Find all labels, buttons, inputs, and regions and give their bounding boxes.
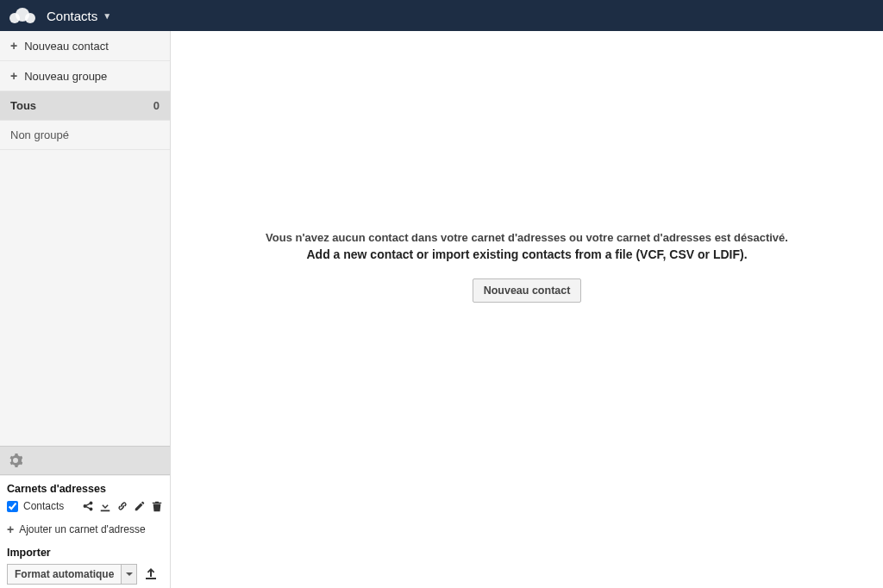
owncloud-logo[interactable] [5, 3, 40, 28]
svg-line-7 [86, 507, 90, 509]
new-group-label: Nouveau groupe [24, 70, 107, 83]
svg-line-6 [86, 504, 90, 505]
addressbook-name: Contacts [23, 500, 64, 512]
add-addressbook[interactable]: + Ajouter un carnet d'adresse [7, 517, 163, 541]
app-header: Contacts ▼ [0, 0, 883, 31]
main-content: Vous n'avez aucun contact dans votre car… [171, 31, 883, 588]
plus-icon: + [10, 39, 17, 53]
upload-button[interactable] [144, 566, 158, 583]
empty-line1: Vous n'avez aucun contact dans votre car… [171, 231, 883, 244]
app-title-label: Contacts [47, 9, 97, 23]
settings-toggle[interactable] [0, 446, 170, 475]
import-format-label: Format automatique [8, 565, 121, 584]
share-icon[interactable] [82, 500, 94, 512]
empty-line2: Add a new contact or import existing con… [171, 247, 883, 261]
download-icon[interactable] [99, 500, 111, 512]
addressbook-toggle[interactable]: Contacts [7, 500, 64, 512]
chevron-down-icon[interactable] [121, 565, 136, 584]
group-label: Tous [10, 99, 36, 112]
new-contact-button[interactable]: Nouveau contact [473, 278, 582, 303]
plus-icon: + [10, 69, 17, 83]
empty-state: Vous n'avez aucun contact dans votre car… [171, 231, 883, 303]
addressbook-row: Contacts [7, 498, 163, 517]
add-addressbook-label: Ajouter un carnet d'adresse [19, 523, 145, 535]
caret-down-icon: ▼ [103, 11, 111, 21]
import-heading: Importer [7, 547, 163, 559]
group-all[interactable]: Tous 0 [0, 91, 170, 121]
edit-icon[interactable] [134, 500, 146, 512]
link-icon[interactable] [116, 500, 128, 512]
new-group-nav[interactable]: + Nouveau groupe [0, 61, 170, 91]
delete-icon[interactable] [151, 500, 163, 512]
group-label: Non groupé [10, 128, 69, 141]
new-contact-label: Nouveau contact [24, 40, 109, 53]
plus-icon: + [7, 522, 14, 536]
gear-icon [9, 454, 22, 467]
addressbooks-heading: Carnets d'adresses [7, 483, 163, 495]
settings-panel: Carnets d'adresses Contacts + Ajouter un… [0, 475, 170, 588]
group-count: 0 [153, 99, 160, 112]
group-ungrouped[interactable]: Non groupé [0, 121, 170, 150]
import-format-select[interactable]: Format automatique [7, 564, 137, 585]
sidebar: + Nouveau contact + Nouveau groupe Tous … [0, 31, 171, 588]
app-switcher[interactable]: Contacts ▼ [47, 9, 111, 23]
svg-point-2 [25, 13, 35, 23]
addressbook-checkbox[interactable] [7, 501, 18, 512]
new-contact-nav[interactable]: + Nouveau contact [0, 31, 170, 61]
